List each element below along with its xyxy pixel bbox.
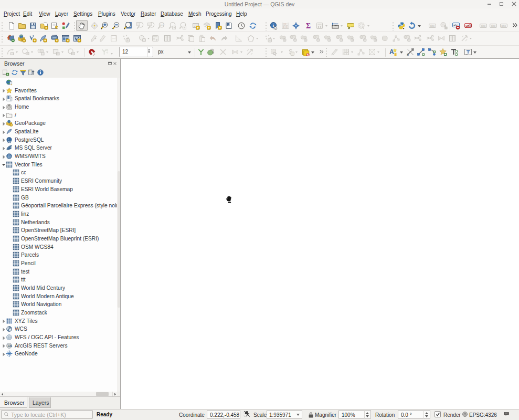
svg-text:abc: abc — [481, 24, 485, 27]
svg-text:abc: abc — [491, 24, 495, 27]
svg-text:abc: abc — [430, 24, 435, 27]
svg-text:Σ: Σ — [306, 22, 311, 30]
svg-text:1:1: 1:1 — [160, 23, 164, 26]
svg-text:A: A — [389, 48, 394, 56]
svg-text:a: a — [407, 52, 409, 56]
svg-text:abc: abc — [501, 24, 506, 27]
svg-text:GIS: GIS — [8, 345, 13, 348]
